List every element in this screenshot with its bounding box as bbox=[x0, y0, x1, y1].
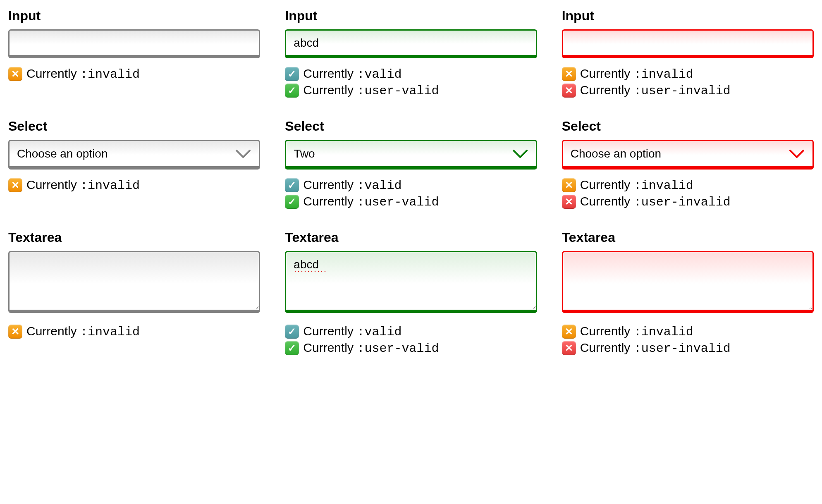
x-orange-icon bbox=[8, 178, 22, 192]
select-field[interactable]: Choose an option bbox=[562, 140, 814, 170]
status-list: Currently :invalid Currently :user-inval… bbox=[562, 178, 814, 209]
input-label: Input bbox=[285, 8, 537, 24]
status-list: Currently :valid Currently :user-valid bbox=[285, 67, 537, 98]
status-user-valid: Currently :user-valid bbox=[285, 83, 537, 98]
status-list: Currently :invalid Currently :user-inval… bbox=[562, 67, 814, 98]
status-list: Currently :valid Currently :user-valid bbox=[285, 324, 537, 356]
x-red-icon bbox=[562, 195, 576, 209]
select-value: Choose an option bbox=[17, 147, 108, 160]
status-list: Currently :invalid bbox=[8, 324, 260, 339]
status-invalid: Currently :invalid bbox=[8, 324, 260, 339]
textarea-label: Textarea bbox=[8, 230, 260, 245]
select-col3: Select Choose an option Currently :inval… bbox=[562, 119, 814, 209]
status-list: Currently :invalid Currently :user-inval… bbox=[562, 324, 814, 356]
status-invalid: Currently :invalid bbox=[562, 67, 814, 81]
chevron-down-icon bbox=[235, 149, 251, 159]
select-field[interactable]: Choose an option bbox=[8, 140, 260, 170]
chevron-down-icon bbox=[789, 149, 805, 159]
status-invalid: Currently :invalid bbox=[8, 178, 260, 193]
status-user-invalid: Currently :user-invalid bbox=[562, 194, 814, 209]
x-orange-icon bbox=[562, 178, 576, 192]
status-list: Currently :valid Currently :user-valid bbox=[285, 178, 537, 209]
status-valid: Currently :valid bbox=[285, 178, 537, 193]
status-valid: Currently :valid bbox=[285, 67, 537, 81]
x-orange-icon bbox=[8, 325, 22, 339]
textarea-field[interactable] bbox=[8, 251, 260, 313]
select-label: Select bbox=[8, 119, 260, 134]
x-orange-icon bbox=[562, 325, 576, 339]
check-teal-icon bbox=[285, 325, 299, 339]
select-col2: Select Two Currently :valid Currently :u… bbox=[285, 119, 537, 209]
status-user-valid: Currently :user-valid bbox=[285, 341, 537, 356]
select-value: Two bbox=[294, 147, 315, 160]
select-col1: Select Choose an option Currently :inval… bbox=[8, 119, 260, 209]
status-invalid: Currently :invalid bbox=[562, 324, 814, 339]
x-orange-icon bbox=[8, 67, 22, 81]
textarea-label: Textarea bbox=[285, 230, 537, 245]
select-value: Choose an option bbox=[571, 147, 662, 160]
input-col1: Input Currently :invalid bbox=[8, 8, 260, 98]
textarea-col1: Textarea Currently :invalid bbox=[8, 230, 260, 356]
status-user-invalid: Currently :user-invalid bbox=[562, 83, 814, 98]
select-label: Select bbox=[285, 119, 537, 134]
check-green-icon bbox=[285, 341, 299, 355]
textarea-field[interactable] bbox=[285, 251, 537, 313]
textarea-col2: Textarea Currently :valid Currently :use… bbox=[285, 230, 537, 356]
chevron-down-icon bbox=[512, 149, 528, 159]
x-red-icon bbox=[562, 341, 576, 355]
status-list: Currently :invalid bbox=[8, 67, 260, 81]
text-input[interactable] bbox=[562, 29, 814, 58]
input-col3: Input Currently :invalid Currently :user… bbox=[562, 8, 814, 98]
status-invalid: Currently :invalid bbox=[562, 178, 814, 193]
text-input[interactable] bbox=[285, 29, 537, 58]
status-invalid: Currently :invalid bbox=[8, 67, 260, 81]
input-label: Input bbox=[8, 8, 260, 24]
x-red-icon bbox=[562, 84, 576, 98]
textarea-field[interactable] bbox=[562, 251, 814, 313]
text-input[interactable] bbox=[8, 29, 260, 58]
input-col2: Input Currently :valid Currently :user-v… bbox=[285, 8, 537, 98]
status-list: Currently :invalid bbox=[8, 178, 260, 193]
textarea-col3: Textarea Currently :invalid Currently :u… bbox=[562, 230, 814, 356]
check-green-icon bbox=[285, 195, 299, 209]
select-field[interactable]: Two bbox=[285, 140, 537, 170]
input-label: Input bbox=[562, 8, 814, 24]
status-user-valid: Currently :user-valid bbox=[285, 194, 537, 209]
textarea-label: Textarea bbox=[562, 230, 814, 245]
check-green-icon bbox=[285, 84, 299, 98]
x-orange-icon bbox=[562, 67, 576, 81]
select-label: Select bbox=[562, 119, 814, 134]
check-teal-icon bbox=[285, 67, 299, 81]
status-valid: Currently :valid bbox=[285, 324, 537, 339]
check-teal-icon bbox=[285, 178, 299, 192]
status-user-invalid: Currently :user-invalid bbox=[562, 341, 814, 356]
